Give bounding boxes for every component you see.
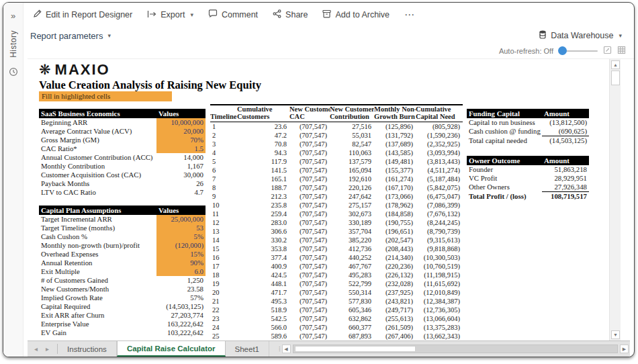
table-row: 123.6(707,547)27,516(125,896)(805,928) bbox=[210, 122, 463, 131]
value-cell: (11,198,915) bbox=[416, 271, 463, 279]
table-row: CAC Ratio*1.5 bbox=[39, 144, 206, 153]
value-cell: 687,893 bbox=[330, 332, 374, 340]
value-cell: (9,315,613) bbox=[416, 236, 463, 244]
expand-panel-icon[interactable]: » bbox=[11, 11, 15, 21]
value-cell: (214,340) bbox=[374, 253, 416, 262]
value-cell: (137,689) bbox=[374, 140, 416, 148]
table-row: 5117.9(707,547)137,579(149,481)(3,813,44… bbox=[210, 157, 463, 166]
row-label: VC Profit bbox=[467, 174, 542, 183]
value-cell: (125,896) bbox=[374, 122, 416, 131]
scroll-left-button[interactable]: ◀ bbox=[282, 345, 291, 353]
table-row: 18424.5(707,547)495,283(226,132)(11,198,… bbox=[210, 271, 463, 279]
value-cell: (14,503,125) bbox=[156, 302, 206, 311]
input-cell[interactable]: 10,000,000 bbox=[156, 118, 206, 127]
horizontal-scroll-thumb[interactable] bbox=[295, 346, 416, 352]
value-cell: (12,384,387) bbox=[416, 297, 463, 306]
table-row: Other Owners27,926,348 bbox=[467, 183, 589, 192]
table-row: 24566.0(707,547)660,377(261,509)(13,375,… bbox=[210, 323, 463, 332]
history-panel-label[interactable]: History bbox=[9, 30, 18, 58]
value-cell: 1,167 bbox=[156, 162, 206, 171]
input-cell[interactable]: (120,000) bbox=[156, 241, 206, 250]
horizontal-scrollbar[interactable]: ⁞ ◀ ▶ bbox=[269, 341, 630, 357]
value-cell: (707,547) bbox=[289, 148, 330, 157]
value-cell: 542.5 bbox=[237, 314, 289, 323]
value-cell: (11,615,692) bbox=[416, 279, 463, 288]
report-parameters-dropdown[interactable]: Report parameters ▾ bbox=[30, 31, 111, 41]
value-cell: 117.9 bbox=[237, 157, 289, 166]
grid-view-icon[interactable] bbox=[617, 45, 626, 57]
table-row: 22518.9(707,547)605,346(249,717)(12,736,… bbox=[210, 306, 463, 314]
edit-in-report-designer-button[interactable]: Edit in Report Designer bbox=[33, 9, 132, 20]
scroll-up-button[interactable]: ▲ bbox=[611, 60, 620, 69]
value-cell: (707,547) bbox=[289, 262, 330, 271]
timeline-table-header: Timeline (in mCumulativeCustomersNew Cus… bbox=[210, 104, 463, 122]
input-cell[interactable]: 6.0 bbox=[156, 267, 206, 276]
value-cell: 5 bbox=[210, 157, 237, 166]
input-cell[interactable]: 25,000,000 bbox=[156, 215, 206, 224]
value-cell: (707,547) bbox=[289, 140, 330, 148]
input-cell[interactable]: 1.5 bbox=[156, 144, 206, 153]
spreadsheet-viewport[interactable]: ❋ MAXIO Value Creation Analysis of Raisi… bbox=[28, 59, 609, 340]
table-row: Cash Cushon %5% bbox=[39, 232, 206, 241]
table-row: Enterprise Value163,222,642 bbox=[39, 320, 206, 328]
add-to-archive-button[interactable]: Add to Archive bbox=[322, 9, 390, 20]
row-label: Exit ARR after Churn bbox=[39, 311, 156, 320]
table-row: # of Customers Gained1,250 bbox=[39, 276, 206, 285]
input-cell[interactable]: 20,000 bbox=[156, 127, 206, 136]
vertical-scroll-thumb[interactable] bbox=[611, 71, 620, 85]
scroll-right-button[interactable]: ▶ bbox=[620, 345, 629, 353]
input-cell[interactable]: 90% bbox=[156, 259, 206, 267]
value-cell: (149,481) bbox=[374, 157, 416, 166]
value-cell: (707,547) bbox=[289, 210, 330, 218]
value-cell: (167,170) bbox=[374, 183, 416, 192]
value-cell: 18 bbox=[210, 271, 237, 279]
table-row: 15353.8(707,547)412,736(208,443)(9,818,8… bbox=[210, 244, 463, 253]
value-cell: (190,755) bbox=[374, 218, 416, 227]
value-cell: (805,928) bbox=[416, 122, 463, 131]
sheet-tab-capital-raise-calculator[interactable]: Capital Raise Calculator bbox=[117, 341, 226, 357]
value-cell: (178,962) bbox=[374, 201, 416, 210]
value-cell: (707,547) bbox=[289, 192, 330, 201]
value-cell: (13,662,343) bbox=[416, 332, 463, 340]
value-cell: 605,346 bbox=[330, 306, 374, 314]
table-row: EV Gain103,222,642 bbox=[39, 328, 206, 337]
value-cell: 108,719,517 bbox=[542, 192, 589, 201]
saas-business-economics-table: SaaS Business Economics Values Beginning… bbox=[39, 109, 206, 197]
table-row: Gross Margin (GM)70% bbox=[39, 136, 206, 144]
value-cell: 440,252 bbox=[330, 253, 374, 262]
splitter-handle[interactable]: ⁞ bbox=[279, 346, 280, 353]
auto-refresh-toggle[interactable] bbox=[559, 50, 598, 52]
export-button[interactable]: Export ▾ bbox=[147, 10, 193, 20]
row-label: Monthly Contribution bbox=[39, 162, 156, 171]
value-cell: 353.8 bbox=[237, 244, 289, 253]
input-cell[interactable]: 53 bbox=[156, 224, 206, 232]
more-options-button[interactable]: ⋯ bbox=[404, 9, 415, 21]
vertical-scrollbar[interactable]: ▲ ▼ bbox=[609, 59, 621, 340]
scroll-down-button[interactable]: ▼ bbox=[611, 330, 620, 339]
input-cell[interactable]: 15% bbox=[156, 250, 206, 259]
horizontal-scroll-track[interactable] bbox=[293, 345, 619, 353]
value-cell: 82,547 bbox=[330, 140, 374, 148]
sheet-tab-sheet1[interactable]: Sheet1 bbox=[226, 341, 269, 357]
edit-cell-icon[interactable] bbox=[603, 45, 612, 57]
row-label: Capital Required bbox=[39, 302, 156, 311]
table-row: Monthly non-growth (burn)/profit(120,000… bbox=[39, 241, 206, 250]
value-cell: 26 bbox=[156, 179, 206, 188]
table-row: Capital Required(14,503,125) bbox=[39, 302, 206, 311]
table-row: Founder51,863,218 bbox=[467, 165, 589, 174]
timeline-table: Timeline (in mCumulativeCustomersNew Cus… bbox=[210, 104, 463, 340]
data-source-dropdown[interactable]: Data Warehouse ▾ bbox=[539, 30, 622, 41]
sheet-tab-instructions[interactable]: Instructions bbox=[58, 341, 117, 357]
comment-button[interactable]: Comment bbox=[208, 9, 258, 20]
value-cell: 3 bbox=[210, 140, 237, 148]
tab-scroll-left-icon[interactable]: ◂ bbox=[34, 345, 38, 353]
maxio-logo-mark-icon: ❋ bbox=[39, 63, 51, 77]
maxio-logo: ❋ MAXIO bbox=[39, 61, 110, 79]
table-row: 7165.1(707,547)192,610(161,274)(5,187,48… bbox=[210, 175, 463, 183]
input-cell[interactable]: 5% bbox=[156, 232, 206, 241]
table-row: 9212.3(707,547)247,642(173,066)(6,475,04… bbox=[210, 192, 463, 201]
input-cell[interactable]: 70% bbox=[156, 136, 206, 144]
tab-scroll-right-icon[interactable]: ▸ bbox=[46, 345, 49, 353]
slider-knob[interactable] bbox=[558, 46, 567, 55]
share-button[interactable]: Share bbox=[273, 9, 308, 20]
